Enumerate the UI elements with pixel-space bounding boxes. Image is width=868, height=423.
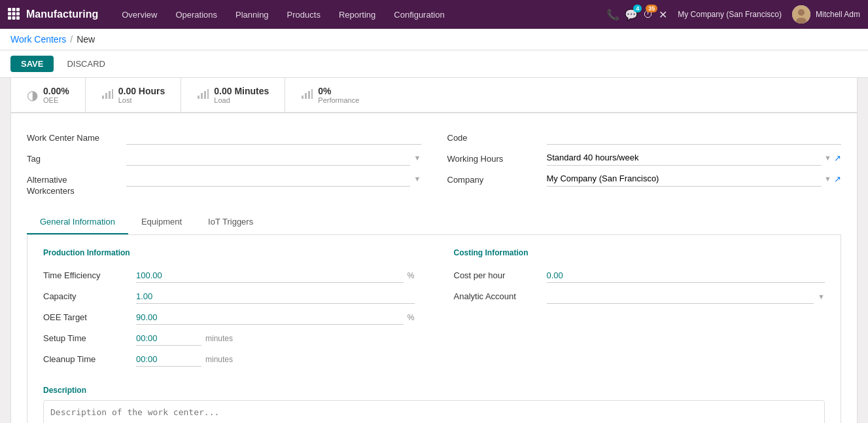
cleanup-time-input[interactable] (136, 352, 201, 367)
svg-rect-18 (204, 91, 206, 99)
nav-overview[interactable]: Overview (114, 6, 165, 24)
cleanup-time-row: Cleanup Time minutes (43, 349, 415, 370)
performance-label: Performance (318, 96, 359, 104)
svg-rect-23 (311, 89, 313, 99)
svg-rect-21 (305, 93, 307, 99)
company-select[interactable]: My Company (San Francisco) (547, 171, 822, 187)
svg-rect-17 (201, 93, 203, 99)
working-hours-external-link[interactable]: ↗ (834, 153, 841, 163)
company-row: Company My Company (San Francisco) ▼ ↗ (447, 168, 842, 189)
tag-label: Tag (27, 150, 118, 164)
oee-value: 0.00% (43, 86, 69, 96)
form-card: Work Center Name Tag ▼ AlternativeWorkce… (10, 113, 858, 423)
svg-rect-2 (16, 8, 20, 11)
oee-label: OEE (43, 96, 69, 104)
nav-reporting[interactable]: Reporting (331, 6, 383, 24)
tab-iot-triggers[interactable]: IoT Triggers (195, 210, 266, 234)
user-avatar[interactable] (792, 5, 810, 24)
phone-icon[interactable]: 📞 (606, 9, 619, 21)
oee-target-input[interactable] (136, 310, 404, 325)
cost-per-hour-row: Cost per hour (454, 265, 825, 286)
close-icon[interactable]: ✕ (659, 9, 667, 21)
alt-workcenters-input[interactable] (126, 171, 410, 187)
production-section: Production Information Time Efficiency %… (43, 248, 415, 370)
svg-point-10 (798, 9, 805, 16)
capacity-row: Capacity (43, 286, 415, 307)
load-icon (197, 88, 209, 103)
svg-rect-22 (308, 91, 310, 99)
tag-input[interactable] (126, 150, 410, 166)
cleanup-time-label: Cleanup Time (43, 354, 128, 364)
stat-load: 0.00 Minutes Load (181, 78, 285, 112)
cost-per-hour-input[interactable] (547, 268, 825, 283)
time-efficiency-row: Time Efficiency % (43, 265, 415, 286)
breadcrumb-workcenters[interactable]: Work Centers (10, 34, 66, 45)
chat-icon[interactable]: 💬 4 (625, 9, 638, 21)
clock-icon[interactable]: ⏱ 35 (643, 9, 653, 20)
analytic-account-input[interactable] (547, 289, 814, 304)
save-button[interactable]: SAVE (10, 56, 54, 72)
lost-value: 0.00 Hours (118, 86, 165, 96)
tabs-container: General Information Equipment IoT Trigge… (27, 210, 841, 235)
svg-rect-6 (8, 16, 11, 20)
time-efficiency-label: Time Efficiency (43, 270, 128, 280)
description-textarea[interactable] (43, 400, 825, 423)
svg-rect-16 (198, 96, 200, 99)
nav-planning[interactable]: Planning (228, 6, 277, 24)
svg-rect-13 (105, 93, 107, 99)
lost-label: Lost (118, 96, 165, 104)
svg-rect-20 (302, 96, 304, 99)
capacity-label: Capacity (43, 291, 128, 301)
working-hours-row: Working Hours Standard 40 hours/week ▼ ↗ (447, 147, 842, 168)
setup-time-unit: minutes (205, 334, 233, 343)
capacity-input[interactable] (136, 289, 415, 304)
description-label: Description (43, 386, 825, 395)
company-label: My Company (San Francisco) (678, 10, 782, 19)
alt-workcenters-row: AlternativeWorkcenters ▼ (27, 168, 421, 200)
alt-workcenters-label: AlternativeWorkcenters (27, 171, 118, 197)
performance-icon (301, 88, 313, 103)
analytic-account-row: Analytic Account ▼ (454, 286, 825, 307)
costing-section: Costing Information Cost per hour Analyt… (454, 248, 825, 370)
work-center-name-row: Work Center Name (27, 126, 421, 147)
code-input[interactable] (547, 129, 842, 145)
working-hours-select[interactable]: Standard 40 hours/week (547, 150, 822, 166)
nav-configuration[interactable]: Configuration (386, 6, 452, 24)
top-navigation: Manufacturing Overview Operations Planni… (0, 0, 868, 29)
setup-time-label: Setup Time (43, 333, 128, 343)
setup-time-input[interactable] (136, 331, 201, 346)
discard-button[interactable]: DISCARD (59, 56, 113, 72)
code-label: Code (447, 129, 539, 143)
company-external-link[interactable]: ↗ (834, 174, 841, 184)
time-efficiency-input[interactable] (136, 268, 404, 283)
breadcrumb: Work Centers / New (0, 29, 868, 50)
load-value: 0.00 Minutes (214, 86, 269, 96)
stat-lost: 0.00 Hours Lost (86, 78, 182, 112)
oee-icon: ◑ (27, 87, 38, 103)
nav-products[interactable]: Products (279, 6, 328, 24)
svg-rect-4 (12, 12, 16, 15)
work-center-name-label: Work Center Name (27, 129, 118, 143)
breadcrumb-current: New (77, 34, 95, 45)
tab-general-information[interactable]: General Information (27, 210, 128, 234)
svg-rect-15 (112, 89, 113, 99)
svg-rect-12 (102, 96, 104, 99)
load-label: Load (214, 96, 269, 104)
app-grid-icon[interactable] (8, 8, 20, 22)
action-bar: SAVE DISCARD (0, 50, 868, 78)
svg-rect-0 (8, 8, 11, 11)
production-section-title: Production Information (43, 248, 415, 257)
work-center-name-input[interactable] (126, 129, 421, 145)
cost-per-hour-label: Cost per hour (454, 270, 539, 280)
alt-workcenters-dropdown-icon: ▼ (414, 175, 421, 183)
svg-rect-7 (12, 16, 16, 20)
clock-badge: 35 (646, 5, 657, 12)
tab-equipment[interactable]: Equipment (128, 210, 195, 234)
svg-rect-1 (12, 8, 16, 11)
nav-operations[interactable]: Operations (167, 6, 225, 24)
stats-bar: ◑ 0.00% OEE 0.00 Hours Lost (10, 78, 858, 113)
company-dropdown-icon: ▼ (824, 175, 831, 183)
svg-rect-14 (109, 91, 111, 99)
chat-badge: 4 (633, 5, 642, 12)
description-section: Description (43, 386, 825, 423)
